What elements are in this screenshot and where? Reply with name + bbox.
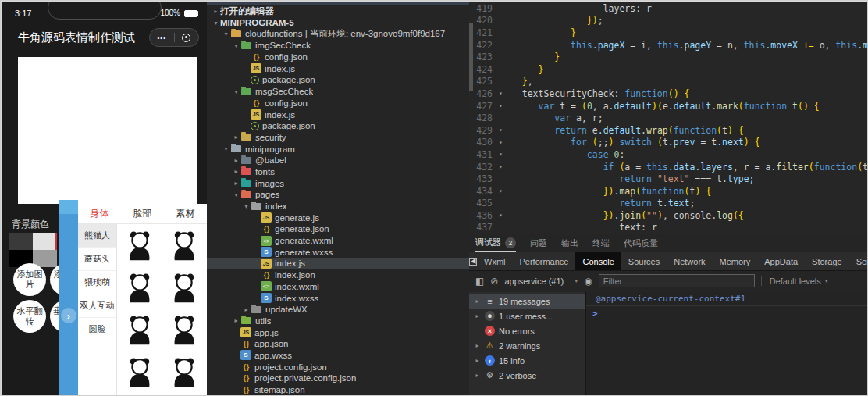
tree-item[interactable]: S app.wxss	[207, 350, 469, 362]
tree-item[interactable]: ▸ utils	[207, 316, 469, 327]
editor-action-button[interactable]: 水平翻转	[13, 300, 46, 333]
tree-item[interactable]: ▾ msgSecCheck	[207, 86, 469, 98]
tree-item[interactable]: { } project.config.json	[207, 361, 469, 373]
sticker-image[interactable]	[162, 393, 208, 395]
tree-item[interactable]: { } project.private.config.json	[207, 373, 469, 384]
console-context-link[interactable]: @appservice-current-context#1	[586, 292, 867, 306]
log-levels-select[interactable]: Default levels ▾	[761, 276, 828, 286]
console-filter-row[interactable]: ▸ ⚙ 2 verbose	[469, 368, 585, 383]
tree-item[interactable]: ▾ pages	[207, 189, 469, 201]
devtools-tab[interactable]: Performance	[513, 252, 576, 270]
category-item[interactable]: 熊猫人	[78, 224, 116, 248]
tree-item[interactable]: <> generate.wxml	[207, 235, 469, 247]
sticker-image[interactable]	[162, 309, 208, 351]
tree-item[interactable]: { } generate.json	[207, 223, 469, 235]
devtools-tab[interactable]: Memory	[713, 252, 758, 270]
tree-item[interactable]: JS index.js	[207, 258, 469, 269]
devtools-tab[interactable]: Network	[667, 252, 712, 270]
drawing-canvas[interactable]	[18, 57, 197, 204]
sticker-image[interactable]	[117, 351, 162, 393]
sticker-image[interactable]	[117, 266, 162, 309]
fold-arrow-icon[interactable]: ▾	[496, 163, 506, 170]
tree-item[interactable]: package.json	[207, 74, 469, 86]
sticker-image[interactable]	[117, 393, 162, 395]
devtools-tab[interactable]: AppData	[757, 252, 805, 270]
category-item[interactable]: 圆脸	[78, 318, 116, 341]
code-editor[interactable]: 419 layers: r 420 }); 421	[469, 2, 867, 234]
tree-item[interactable]: ▸ 打开的编辑器	[207, 5, 469, 17]
panel-tab[interactable]: 终端	[592, 237, 610, 249]
tree-item[interactable]: { } config.json	[207, 98, 469, 109]
console-prompt[interactable]: >	[586, 306, 867, 320]
tree-item[interactable]: ▸ updateWX	[207, 304, 469, 316]
panel-tab[interactable]: 问题	[530, 237, 547, 249]
more-menu-icon[interactable]: •••	[150, 34, 174, 41]
console-output[interactable]: @appservice-current-context#1 >	[586, 292, 867, 395]
fold-arrow-icon[interactable]: ▾	[496, 212, 506, 219]
console-filter-row[interactable]: ▸ ≡ 19 messages	[469, 294, 585, 309]
tree-item[interactable]: ▾ MINIPROGRAM-5	[207, 17, 469, 29]
console-filter-row[interactable]: ▸ i 15 info	[469, 353, 585, 368]
clear-console-icon[interactable]: ⊘	[490, 276, 498, 287]
category-item[interactable]: 蘑菇头	[78, 248, 116, 271]
tree-item[interactable]: ▾ miniprogram	[207, 143, 469, 155]
chevron-right-icon[interactable]: ›	[61, 308, 76, 323]
console-filter-row[interactable]: ▸ ☻ 1 user mess...	[469, 309, 585, 323]
devtools-tab[interactable]: Console	[575, 252, 621, 270]
inspect-element-icon[interactable]	[469, 258, 477, 266]
sticker-tab[interactable]: 身体	[78, 204, 121, 223]
tree-item[interactable]: JS index.js	[207, 62, 469, 74]
tree-item[interactable]: JS app.js	[207, 326, 469, 338]
tree-item[interactable]: { } index.json	[207, 269, 469, 281]
tree-item[interactable]: S index.wxss	[207, 292, 469, 304]
devtools-tab[interactable]: Storage	[805, 252, 849, 270]
tree-item[interactable]: ▸ security	[207, 132, 469, 144]
editor-action-button[interactable]: 添加图片	[13, 263, 46, 296]
sticker-tab[interactable]: 素材	[164, 204, 207, 223]
fold-arrow-icon[interactable]: ▾	[496, 127, 506, 134]
devtools-tab[interactable]: Wxml	[477, 252, 513, 270]
color-swatch[interactable]	[33, 233, 57, 250]
console-filter-row[interactable]: ▸ ⚠ 2 warnings	[469, 338, 585, 353]
sticker-image[interactable]	[162, 351, 208, 393]
devtools-tab[interactable]: Sensor	[849, 252, 868, 270]
tree-item[interactable]: { } app.json	[207, 338, 469, 350]
tree-item[interactable]: ▾ index	[207, 201, 469, 212]
category-item[interactable]: 猥琐萌	[78, 271, 116, 294]
fold-arrow-icon[interactable]: ▾	[496, 90, 506, 97]
tree-item[interactable]: JS generate.js	[207, 212, 469, 223]
fold-arrow-icon[interactable]: ▾	[496, 187, 506, 194]
fold-arrow-icon[interactable]: ▾	[496, 151, 506, 158]
sticker-image[interactable]	[162, 266, 208, 309]
devtools-tab[interactable]: Sources	[621, 252, 667, 270]
fold-arrow-icon[interactable]: ▾	[496, 139, 506, 146]
panel-tab[interactable]: 调试器 2	[475, 234, 516, 252]
eye-icon[interactable]: ◉	[584, 276, 592, 287]
tree-item[interactable]: ▸ fonts	[207, 166, 469, 178]
dock-panel-icon[interactable]: ◧	[475, 276, 484, 287]
context-select[interactable]: appservice (#1) ▾	[504, 276, 578, 286]
tree-item[interactable]: <> index.wxml	[207, 281, 469, 293]
sticker-image[interactable]	[162, 224, 208, 266]
tree-item[interactable]: ▸ images	[207, 177, 469, 189]
sticker-image[interactable]	[117, 224, 162, 266]
filter-input[interactable]	[599, 274, 755, 287]
tree-item[interactable]: JS index.js	[207, 109, 469, 120]
tree-item[interactable]: S generate.wxss	[207, 246, 469, 258]
sticker-image[interactable]	[117, 309, 162, 351]
console-filter-row[interactable]: × No errors	[469, 323, 585, 338]
panel-tab[interactable]: 代码质量	[624, 237, 658, 249]
editor-scrollbar[interactable]	[469, 23, 473, 91]
exit-record-icon[interactable]	[175, 34, 199, 42]
tree-item[interactable]: ▾ cloudfunctions | 当前环境: env-3gnovo9mf0f…	[207, 28, 469, 40]
tree-item[interactable]: ▸ @babel	[207, 155, 469, 166]
sticker-tab[interactable]: 脸部	[121, 204, 164, 223]
panel-tab[interactable]: 输出	[561, 237, 578, 249]
color-swatch[interactable]	[9, 233, 33, 250]
tree-item[interactable]: { } sitemap.json	[207, 384, 469, 395]
tree-item[interactable]: ▾ imgSecCheck	[207, 40, 469, 52]
tree-item[interactable]: { } config.json	[207, 52, 469, 63]
tree-item[interactable]: package.json	[207, 120, 469, 132]
drawer-handle-bar[interactable]: ›	[59, 200, 78, 395]
category-item[interactable]: 双人互动	[78, 294, 116, 318]
